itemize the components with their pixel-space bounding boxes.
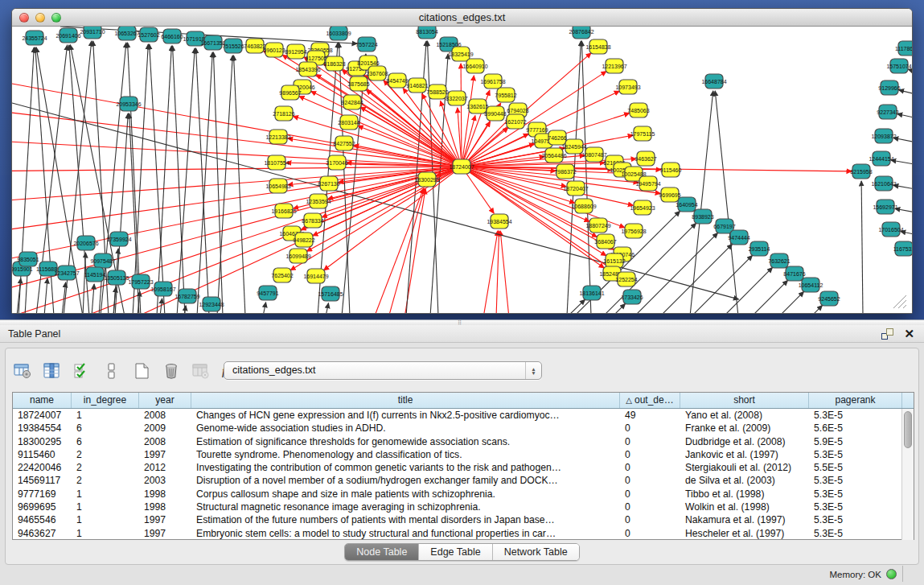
citation-edge-black[interactable] <box>811 305 823 313</box>
column-header-out-de-[interactable]: △out_de… <box>620 393 680 408</box>
graph-node[interactable]: 7955812 <box>495 88 516 102</box>
column-header-short[interactable]: short <box>680 393 809 408</box>
graph-node[interactable]: 90975487 <box>90 253 115 268</box>
citation-edge-black[interactable] <box>326 303 328 313</box>
graph-node[interactable]: 2803144 <box>338 115 359 130</box>
graph-node[interactable]: 18543396 <box>295 62 320 76</box>
table-row[interactable]: 2242004622012Investigating the contribut… <box>13 461 902 474</box>
show-column-button[interactable] <box>42 360 63 381</box>
graph-node[interactable]: 12353594 <box>306 194 331 208</box>
table-cell[interactable]: 5.3E-5 <box>809 527 902 540</box>
column-header-year[interactable]: year <box>139 393 191 408</box>
citation-edge-black[interactable] <box>568 299 585 313</box>
graph-node[interactable]: 1640954 <box>676 197 697 212</box>
table-cell[interactable]: Hescheler et al. (1997) <box>680 527 809 540</box>
table-cell[interactable]: 5.9E-5 <box>809 435 902 448</box>
tab-edge-table[interactable]: Edge Table <box>419 544 492 560</box>
graph-node[interactable]: 8427552 <box>333 136 355 150</box>
graph-node[interactable]: 3170046 <box>326 155 347 170</box>
graph-node[interactable]: 11178664 <box>895 41 912 56</box>
table-cell[interactable]: Stergiakouli et al. (2012) <box>680 461 809 474</box>
graph-node[interactable]: 1733426 <box>621 290 643 304</box>
citation-edge-black[interactable] <box>724 267 773 313</box>
citation-edge-red[interactable] <box>496 231 499 313</box>
graph-node[interactable]: 9474444 <box>728 230 749 245</box>
table-cell[interactable]: Estimation of the future numbers of pati… <box>191 513 620 526</box>
column-header-pagerank[interactable]: pagerank <box>809 393 902 408</box>
table-cell[interactable]: 1998 <box>139 501 191 513</box>
graph-node[interactable]: 20564486 <box>541 148 566 163</box>
citation-edge-black[interactable] <box>861 181 863 313</box>
table-cell[interactable]: Changes of HCN gene expression and I(f) … <box>191 409 620 422</box>
scrollbar-thumb[interactable] <box>904 411 912 448</box>
table-cell[interactable]: Structural magnetic resonance image aver… <box>191 501 620 513</box>
graph-node-hub[interactable]: 18724007 <box>449 159 474 174</box>
table-cell[interactable]: 9777169 <box>13 488 72 501</box>
graph-node[interactable]: 7515526 <box>222 39 244 53</box>
graph-node[interactable]: 8990448 <box>484 106 506 121</box>
table-cell[interactable]: 18724007 <box>13 409 72 422</box>
table-row[interactable]: 1830029562008Estimation of significance … <box>13 435 902 448</box>
graph-node[interactable]: 19384554 <box>487 214 511 229</box>
graph-node[interactable]: 17975115 <box>630 126 655 141</box>
table-cell[interactable]: 1 <box>72 513 139 526</box>
column-header-name[interactable]: name <box>13 393 72 408</box>
citation-edge-black[interactable] <box>234 56 245 313</box>
graph-node[interactable]: 19756928 <box>621 224 646 238</box>
graph-node[interactable]: 18107554 <box>264 155 289 170</box>
graph-node[interactable]: 9129966 <box>878 80 900 95</box>
table-cell[interactable]: 5.5E-5 <box>809 461 902 474</box>
table-settings-button[interactable] <box>12 360 33 381</box>
create-table-button[interactable] <box>131 360 152 381</box>
delete-entry-button[interactable] <box>161 360 182 381</box>
table-cell[interactable]: 22420046 <box>13 461 72 474</box>
table-cell[interactable]: 0 <box>620 501 680 513</box>
graph-node[interactable]: 16914479 <box>303 269 328 283</box>
graph-node[interactable]: 17957223 <box>128 274 153 289</box>
citation-edge-black[interactable] <box>715 91 738 313</box>
table-cell[interactable]: 1 <box>72 488 139 501</box>
table-cell[interactable]: 5.3E-5 <box>809 488 902 501</box>
citation-edge-red[interactable] <box>462 76 474 167</box>
table-cell[interactable]: 1997 <box>139 513 191 526</box>
table-cell[interactable]: 0 <box>620 527 680 540</box>
graph-node[interactable]: 12444154 <box>869 151 893 166</box>
table-cell[interactable]: Genome-wide association studies in ADHD. <box>191 422 620 435</box>
graph-node[interactable]: 19495794 <box>635 176 660 191</box>
table-cell[interactable]: 1997 <box>139 448 191 461</box>
table-cell[interactable]: 5.3E-5 <box>809 474 902 487</box>
graph-node[interactable]: 10654112 <box>799 278 823 292</box>
graph-node[interactable]: 8471676 <box>783 266 805 281</box>
float-panel-icon[interactable] <box>881 328 893 340</box>
table-cell[interactable]: 1997 <box>139 527 191 540</box>
graph-node[interactable]: 8186328 <box>323 56 345 71</box>
table-cell[interactable]: Nakamura et al. (1997) <box>680 513 809 526</box>
graph-node[interactable]: 13505135 <box>104 270 129 285</box>
citation-edge-black[interactable] <box>752 280 788 313</box>
graph-node[interactable]: 20691406 <box>55 28 80 43</box>
citation-edge-black[interactable] <box>92 284 94 313</box>
table-cell[interactable]: Dudbridge et al. (2008) <box>680 435 809 448</box>
column-header-in-degree[interactable]: in_degree <box>72 393 139 408</box>
citation-edge-red[interactable] <box>12 167 462 171</box>
table-cell[interactable]: 1998 <box>139 488 191 501</box>
table-cell[interactable]: 2 <box>72 461 139 474</box>
graph-node[interactable]: 8912954 <box>285 44 306 59</box>
graph-node[interactable]: 746266 <box>548 130 566 145</box>
graph-node[interactable]: 18720407 <box>563 181 588 196</box>
table-cell[interactable]: 1 <box>72 527 139 540</box>
select-all-rows-button[interactable] <box>72 360 92 381</box>
tab-network-table[interactable]: Network Table <box>493 544 579 560</box>
graph-node[interactable]: 9896567 <box>279 85 301 100</box>
graph-node[interactable]: 9146821 <box>406 78 428 93</box>
graph-node[interactable]: 16099489 <box>285 249 310 263</box>
table-cell[interactable]: 0 <box>620 422 680 435</box>
table-cell[interactable]: Tourette syndrome. Phenomenology and cla… <box>191 448 620 461</box>
graph-node[interactable]: 7986372 <box>554 164 576 179</box>
zoom-window-button[interactable] <box>51 13 61 23</box>
graph-node[interactable]: 7485063 <box>627 103 649 117</box>
table-vertical-scrollbar[interactable] <box>901 409 914 540</box>
citation-edge-black[interactable] <box>901 231 912 237</box>
graph-node[interactable]: 12213383 <box>265 130 290 144</box>
table-row[interactable]: 1872400712008Changes of HCN gene express… <box>13 409 902 422</box>
